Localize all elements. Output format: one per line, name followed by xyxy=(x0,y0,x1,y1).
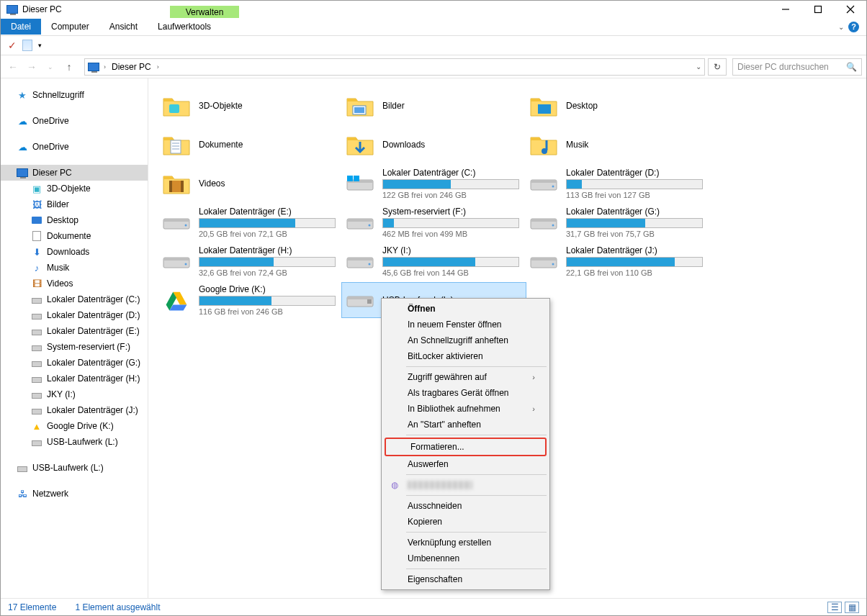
ctx-grant-access[interactable]: Zugriff gewähren auf› xyxy=(383,369,548,385)
drive-tile[interactable]: Lokaler Datenträger (D:)113 GB frei von … xyxy=(526,166,709,201)
ribbon-collapse-icon[interactable]: ⌄ xyxy=(838,23,844,31)
help-icon[interactable]: ? xyxy=(848,22,859,32)
ctx-bitlocker[interactable]: BitLocker aktivieren xyxy=(383,348,548,364)
drive-tile[interactable]: System-reserviert (F:)462 MB frei von 49… xyxy=(342,205,526,240)
svg-point-23 xyxy=(552,186,554,188)
sidebar-item-drive-l[interactable]: USB-Laufwerk (L:) xyxy=(1,434,148,450)
nav-up-button[interactable]: ↑ xyxy=(61,59,77,75)
this-pc-icon xyxy=(6,5,18,14)
qat-customize-icon[interactable]: ▾ xyxy=(38,42,42,49)
drive-tile[interactable]: Lokaler Datenträger (J:)22,1 GB frei von… xyxy=(526,244,709,278)
sidebar-item-network[interactable]: 🖧 Netzwerk xyxy=(1,486,148,502)
drive-tile[interactable]: JKY (I:)45,6 GB frei von 144 GB xyxy=(342,244,526,278)
chevron-right-icon[interactable]: › xyxy=(102,63,107,71)
folder-tile[interactable]: Bilder xyxy=(342,89,526,123)
drive-tile[interactable]: Lokaler Datenträger (C:)122 GB frei von … xyxy=(342,166,526,201)
breadcrumb-this-pc[interactable]: Dieser PC xyxy=(110,62,153,72)
sidebar-item-pictures[interactable]: 🖼 Bilder xyxy=(1,196,148,212)
sidebar-item-drive-h[interactable]: Lokaler Datenträger (H:) xyxy=(1,371,148,386)
ctx-format[interactable]: Formatieren... xyxy=(386,439,545,455)
minimize-button[interactable] xyxy=(769,1,801,18)
folder-tile[interactable]: Desktop xyxy=(526,89,709,123)
sidebar-item-quickaccess[interactable]: ★ Schnellzugriff xyxy=(1,87,148,103)
sidebar-item-label: Bilder xyxy=(47,199,69,209)
qat-newfolder-icon[interactable] xyxy=(22,40,32,51)
sidebar-item-3dobjects[interactable]: ▣ 3D-Objekte xyxy=(1,181,148,196)
sidebar-item-drive-i[interactable]: JKY (I:) xyxy=(1,386,148,402)
drive-tile[interactable]: Lokaler Datenträger (H:)32,6 GB frei von… xyxy=(158,244,342,278)
ctx-include-library[interactable]: In Bibliothek aufnehmen› xyxy=(383,401,548,417)
sidebar-item-label: OneDrive xyxy=(32,142,69,152)
address-dropdown-icon[interactable]: ⌄ xyxy=(696,63,701,71)
sidebar-item-music[interactable]: ♪ Musik xyxy=(1,260,148,276)
ctx-create-shortcut[interactable]: Verknüpfung erstellen xyxy=(383,535,548,551)
sidebar-item-onedrive[interactable]: ☁ OneDrive xyxy=(1,139,148,155)
sidebar-item-drive-g[interactable]: Lokaler Datenträger (G:) xyxy=(1,355,148,371)
ctx-copy[interactable]: Kopieren xyxy=(383,514,548,530)
drive-tile[interactable]: Lokaler Datenträger (G:)31,7 GB frei von… xyxy=(526,205,709,240)
svg-point-41 xyxy=(552,263,554,266)
address-bar[interactable]: › Dieser PC › ⌄ xyxy=(84,58,705,76)
drive-tile[interactable]: Lokaler Datenträger (E:)20,5 GB frei von… xyxy=(158,205,342,240)
svg-rect-25 xyxy=(163,219,189,222)
folder-tile[interactable]: 3D-Objekte xyxy=(158,89,342,123)
capacity-bar xyxy=(199,218,336,228)
nav-back-button[interactable]: ← xyxy=(5,59,21,75)
view-tiles-button[interactable]: ▦ xyxy=(845,602,859,613)
sidebar-item-label: Downloads xyxy=(47,247,89,257)
ctx-rename[interactable]: Umbenennen xyxy=(383,551,548,566)
sidebar-item-desktop[interactable]: Desktop xyxy=(1,212,148,228)
ribbon-tab-file[interactable]: Datei xyxy=(1,19,41,35)
nav-forward-button[interactable]: → xyxy=(24,59,40,75)
folder-tile[interactable]: Dokumente xyxy=(158,127,342,162)
sidebar-item-onedrive[interactable]: ☁ OneDrive xyxy=(1,113,148,129)
capacity-bar xyxy=(382,179,519,189)
ctx-unknown[interactable]: ◍ xyxy=(383,477,548,493)
folder-icon xyxy=(161,168,192,199)
sidebar-item-label: Google Drive (K:) xyxy=(47,421,114,431)
svg-rect-31 xyxy=(531,219,557,222)
ctx-open[interactable]: Öffnen xyxy=(383,301,548,317)
sidebar-item-drive-d[interactable]: Lokaler Datenträger (D:) xyxy=(1,307,148,323)
close-button[interactable] xyxy=(834,1,866,18)
folder-icon xyxy=(161,130,192,160)
sidebar-item-usb[interactable]: USB-Laufwerk (L:) xyxy=(1,460,148,476)
ctx-eject[interactable]: Auswerfen xyxy=(383,456,548,472)
sidebar-item-label: Dieser PC xyxy=(32,168,72,178)
drive-icon xyxy=(529,207,559,237)
ribbon-tab-computer[interactable]: Computer xyxy=(41,19,99,35)
chevron-right-icon[interactable]: › xyxy=(156,63,161,71)
sidebar-item-drive-c[interactable]: Lokaler Datenträger (C:) xyxy=(1,291,148,307)
search-icon: 🔍 xyxy=(846,62,857,72)
sidebar-item-thispc[interactable]: Dieser PC xyxy=(1,165,148,181)
ctx-properties[interactable]: Eigenschaften xyxy=(383,571,548,587)
qat-properties-icon[interactable]: ✓ xyxy=(8,40,17,51)
sidebar-item-drive-f[interactable]: System-reserviert (F:) xyxy=(1,339,148,355)
ctx-cut[interactable]: Ausschneiden xyxy=(383,498,548,514)
sidebar-item-documents[interactable]: Dokumente xyxy=(1,228,148,244)
refresh-button[interactable]: ↻ xyxy=(708,58,727,76)
sidebar-item-downloads[interactable]: ⬇ Downloads xyxy=(1,244,148,260)
maximize-button[interactable] xyxy=(801,1,834,18)
folder-tile[interactable]: Downloads xyxy=(342,127,526,162)
ribbon-tab-drivetools[interactable]: Laufwerktools xyxy=(148,19,221,35)
sidebar-item-drive-j[interactable]: Lokaler Datenträger (J:) xyxy=(1,402,148,418)
search-input[interactable]: Dieser PC durchsuchen 🔍 xyxy=(732,58,862,76)
sidebar-item-videos[interactable]: 🎞 Videos xyxy=(1,276,148,291)
folder-tile[interactable]: Videos xyxy=(158,166,342,201)
navigation-pane: ★ Schnellzugriff ☁ OneDrive ☁ OneDrive D… xyxy=(1,78,148,598)
view-details-button[interactable]: ☰ xyxy=(827,602,842,613)
nav-recent-dropdown[interactable]: ⌄ xyxy=(42,59,58,75)
drive-tile[interactable]: Google Drive (K:)116 GB frei von 246 GB xyxy=(158,283,342,317)
ctx-pin-start[interactable]: An "Start" anheften xyxy=(383,417,548,432)
ctx-open-new-window[interactable]: In neuem Fenster öffnen xyxy=(383,317,548,332)
sidebar-item-drive-e[interactable]: Lokaler Datenträger (E:) xyxy=(1,323,148,339)
chevron-right-icon: › xyxy=(532,404,535,413)
drive-icon xyxy=(31,373,42,384)
ribbon-tab-view[interactable]: Ansicht xyxy=(99,19,148,35)
ctx-open-portable[interactable]: Als tragbares Gerät öffnen xyxy=(383,385,548,401)
folder-tile[interactable]: Musik xyxy=(526,127,709,162)
sidebar-item-drive-k[interactable]: ▲ Google Drive (K:) xyxy=(1,418,148,434)
svg-rect-15 xyxy=(181,181,184,192)
ctx-pin-quick[interactable]: An Schnellzugriff anheften xyxy=(383,332,548,348)
